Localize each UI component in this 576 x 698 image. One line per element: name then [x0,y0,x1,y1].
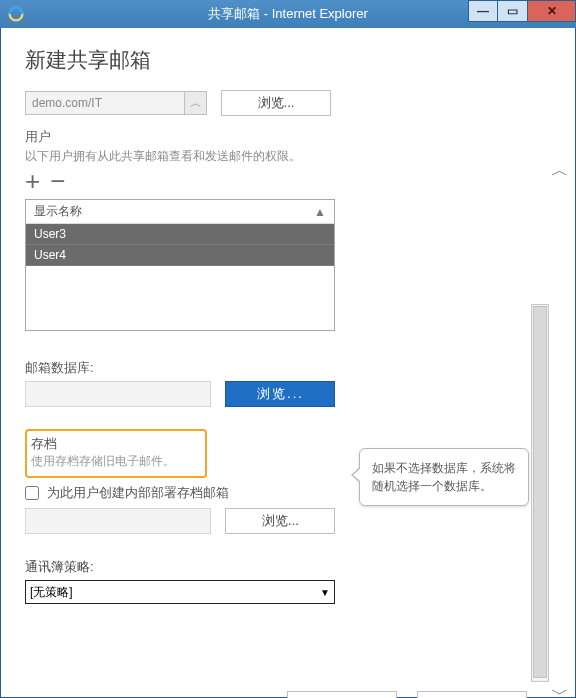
archive-section-highlight: 存档 使用存档存储旧电子邮件。 [25,429,207,478]
add-user-button[interactable]: + [25,171,40,191]
sort-ascending-icon[interactable]: ▲ [314,205,326,219]
page-title: 新建共享邮箱 [25,46,551,74]
users-list[interactable]: 显示名称 ▲ User3 User4 [25,199,335,331]
archive-sub: 使用存档存储旧电子邮件。 [31,453,197,470]
remove-user-button[interactable]: − [50,171,65,191]
list-item[interactable]: User3 [26,224,334,245]
database-label: 邮箱数据库: [25,359,551,377]
ou-combo[interactable]: demo.com/IT ︿ [25,91,207,115]
abp-label: 通讯簿策略: [25,558,551,576]
window-titlebar: 共享邮箱 - Internet Explorer — ▭ ✕ [0,0,576,28]
archive-browse-button[interactable]: 浏览... [225,508,335,534]
database-browse-button[interactable]: 浏览... [225,381,335,407]
chevron-up-icon[interactable]: ︿ [184,92,206,114]
archive-title: 存档 [31,435,197,453]
save-button[interactable]: 保存 [287,691,397,698]
ou-combo-value: demo.com/IT [32,96,102,110]
users-label: 用户 [25,128,551,146]
abp-select[interactable]: [无策略] ▼ [25,580,335,604]
archive-checkbox-label: 为此用户创建内部部署存档邮箱 [47,484,229,502]
panel-scrollbar[interactable] [531,304,549,682]
database-input[interactable] [25,381,211,407]
ou-browse-button[interactable]: 浏览... [221,90,331,116]
archive-checkbox[interactable] [25,486,39,500]
archive-input[interactable] [25,508,211,534]
minimize-button[interactable]: — [468,0,498,22]
users-sub: 以下用户拥有从此共享邮箱查看和发送邮件的权限。 [25,148,551,165]
scrollbar-thumb[interactable] [533,306,547,678]
maximize-button[interactable]: ▭ [498,0,528,22]
users-column-header[interactable]: 显示名称 [34,203,82,220]
scroll-up-chevron-icon[interactable]: ︿ [551,158,569,182]
chevron-down-icon: ▼ [320,587,330,598]
list-item[interactable]: User4 [26,245,334,266]
cancel-button[interactable]: 取消 [417,691,527,698]
abp-selected: [无策略] [30,584,73,601]
close-button[interactable]: ✕ [528,0,576,22]
ie-icon [6,4,26,24]
database-tooltip: 如果不选择数据库，系统将随机选择一个数据库。 [359,448,529,506]
